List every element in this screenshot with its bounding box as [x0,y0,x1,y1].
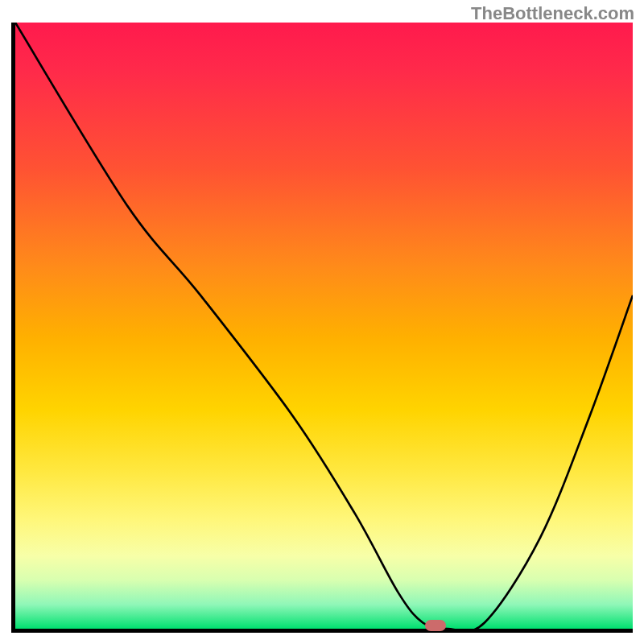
optimal-point-marker [425,620,446,631]
bottleneck-curve-line [15,23,633,629]
curve-svg [15,23,633,629]
chart-plot-area [11,23,633,633]
watermark-text: TheBottleneck.com [471,3,634,24]
